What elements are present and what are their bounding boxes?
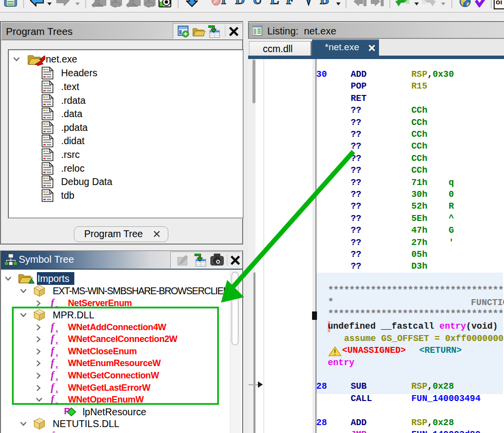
svg-text:P: P bbox=[64, 406, 70, 416]
